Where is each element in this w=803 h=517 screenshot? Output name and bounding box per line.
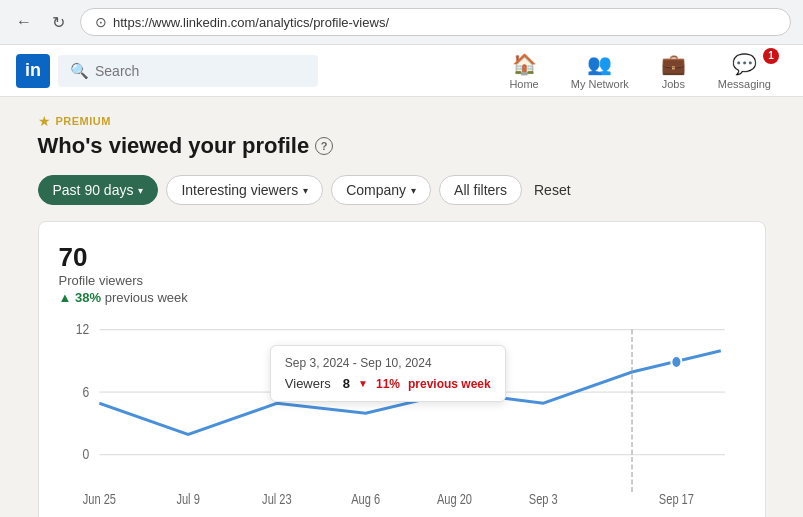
chevron-down-icon: ▾ (303, 185, 308, 196)
line-chart: 12 6 0 Jun 25 Jul 9 Jul 23 Aug 6 Aug 20 … (59, 317, 745, 517)
page-content: ★ PREMIUM Who's viewed your profile ? Pa… (22, 97, 782, 517)
premium-badge: ★ PREMIUM (38, 113, 766, 129)
viewer-count: 70 (59, 242, 745, 273)
jobs-icon: 💼 (661, 52, 686, 76)
url-icon: ⊙ (95, 14, 107, 30)
svg-text:Sep 3: Sep 3 (528, 492, 557, 507)
nav-network-label: My Network (571, 78, 629, 90)
nav-jobs-label: Jobs (662, 78, 685, 90)
linkedin-logo[interactable]: in (16, 54, 50, 88)
change-value: 38% (75, 290, 101, 305)
linkedin-header: in 🔍 🏠 Home 👥 My Network 💼 Jobs 💬 1 Mess… (0, 45, 803, 97)
help-button[interactable]: ? (315, 137, 333, 155)
svg-text:Jul 9: Jul 9 (176, 492, 199, 507)
header-nav: 🏠 Home 👥 My Network 💼 Jobs 💬 1 Messaging (493, 46, 787, 96)
nav-network[interactable]: 👥 My Network (555, 46, 645, 96)
svg-text:Aug 6: Aug 6 (351, 492, 380, 507)
viewer-change: ▲ 38% previous week (59, 290, 745, 305)
nav-jobs[interactable]: 💼 Jobs (645, 46, 702, 96)
filter-allfilters[interactable]: All filters (439, 175, 522, 205)
filter-bar: Past 90 days ▾ Interesting viewers ▾ Com… (38, 175, 766, 205)
filter-company-label: Company (346, 182, 406, 198)
url-text: https://www.linkedin.com/analytics/profi… (113, 15, 389, 30)
svg-text:Sep 17: Sep 17 (658, 492, 693, 507)
nav-home-label: Home (509, 78, 538, 90)
chart-container: 12 6 0 Jun 25 Jul 9 Jul 23 Aug 6 Aug 20 … (59, 317, 745, 517)
chart-dot (671, 356, 681, 369)
premium-label: PREMIUM (56, 115, 111, 127)
chart-stats: 70 Profile viewers ▲ 38% previous week (59, 242, 745, 305)
nav-home[interactable]: 🏠 Home (493, 46, 554, 96)
svg-text:0: 0 (82, 446, 89, 463)
back-button[interactable]: ← (12, 10, 36, 34)
svg-text:Jul 23: Jul 23 (262, 492, 292, 507)
nav-messaging-label: Messaging (718, 78, 771, 90)
nav-messaging[interactable]: 💬 1 Messaging (702, 46, 787, 96)
messaging-badge: 1 (763, 48, 779, 64)
filter-company[interactable]: Company ▾ (331, 175, 431, 205)
svg-text:Aug 20: Aug 20 (436, 492, 471, 507)
filter-allfilters-label: All filters (454, 182, 507, 198)
page-title-container: Who's viewed your profile ? (38, 133, 766, 159)
filter-past90[interactable]: Past 90 days ▾ (38, 175, 159, 205)
reset-button[interactable]: Reset (530, 176, 575, 204)
filter-interesting[interactable]: Interesting viewers ▾ (166, 175, 323, 205)
filter-interesting-label: Interesting viewers (181, 182, 298, 198)
svg-text:12: 12 (75, 321, 88, 338)
change-label: previous week (105, 290, 188, 305)
svg-text:Jun 25: Jun 25 (82, 492, 115, 507)
search-bar[interactable]: 🔍 (58, 55, 318, 87)
page-title: Who's viewed your profile (38, 133, 310, 159)
filter-past90-label: Past 90 days (53, 182, 134, 198)
refresh-button[interactable]: ↻ (46, 10, 70, 34)
search-icon: 🔍 (70, 62, 89, 80)
messaging-icon: 💬 (732, 52, 757, 76)
chevron-down-icon: ▾ (411, 185, 416, 196)
viewer-label: Profile viewers (59, 273, 745, 288)
url-bar[interactable]: ⊙ https://www.linkedin.com/analytics/pro… (80, 8, 791, 36)
change-up-icon: ▲ (59, 290, 72, 305)
network-icon: 👥 (587, 52, 612, 76)
premium-star-icon: ★ (38, 113, 51, 129)
chevron-down-icon: ▾ (138, 185, 143, 196)
home-icon: 🏠 (512, 52, 537, 76)
svg-text:6: 6 (82, 384, 89, 401)
chart-card: 70 Profile viewers ▲ 38% previous week 1… (38, 221, 766, 517)
search-input[interactable] (95, 63, 306, 79)
browser-chrome: ← ↻ ⊙ https://www.linkedin.com/analytics… (0, 0, 803, 45)
